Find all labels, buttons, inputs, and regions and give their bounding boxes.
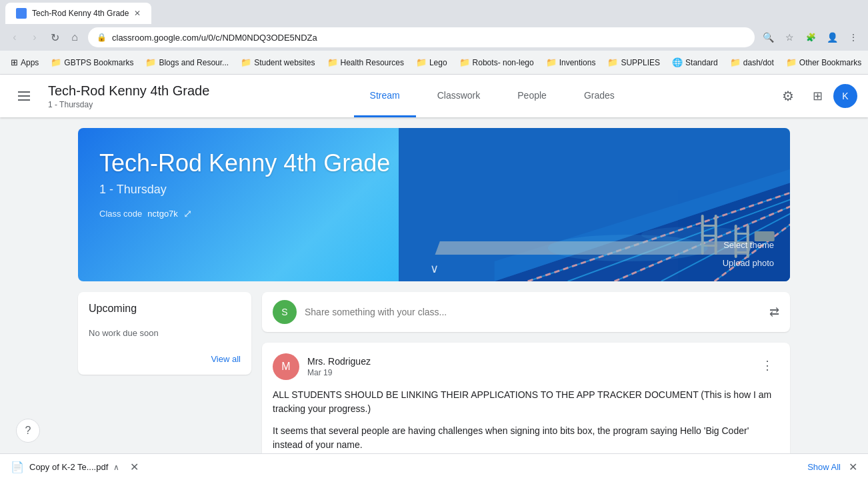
main-feed: S ⇄ M Mrs. Rodriguez Mar 19 [262,292,790,473]
more-vert-icon: ⋮ [761,358,773,373]
pdf-icon: 📄 [11,461,24,473]
profile-button[interactable]: 👤 [823,28,841,47]
header-nav: Stream Classwork People Grades [209,75,775,117]
show-all-button[interactable]: Show All [807,462,841,472]
bottom-bar-close-button[interactable]: ✕ [849,461,857,473]
hamburger-button[interactable] [11,83,37,109]
bookmark-other[interactable]: 📁 Other Bookmarks [781,55,867,70]
share-avatar: S [273,300,297,324]
post-body-line2: It seems that several people are having … [273,424,779,452]
bookmark-dashdot-label: dash/dot [743,58,774,67]
bookmark-gbtps[interactable]: 📁 GBTPS Bookmarks [45,55,139,70]
header-top: Tech-Rod Kenny 4th Grade 1 - Thursday St… [0,75,868,117]
apps-icon: ⊞ [11,57,18,67]
bookmark-student[interactable]: 📁 Student websites [235,55,320,70]
bookmark-gbtps-label: GBTPS Bookmarks [64,58,133,67]
expand-icon[interactable]: ⤢ [183,207,192,220]
repost-icon[interactable]: ⇄ [769,305,779,319]
post-author-info: M Mrs. Rodriguez Mar 19 [273,353,371,380]
post-meta: Mrs. Rodriguez Mar 19 [307,356,371,377]
active-tab[interactable]: Tech-Rod Kenny 4th Grade ✕ [5,3,151,24]
bookmark-button[interactable]: ☆ [780,28,799,47]
bookmark-inventions-label: Inventions [559,58,596,67]
hamburger-icon [18,91,30,101]
class-title-area: Tech-Rod Kenny 4th Grade 1 - Thursday [48,83,209,109]
upload-photo-button[interactable]: Upload photo [717,255,779,271]
bookmark-blogs-label: Blogs and Resour... [159,58,229,67]
tab-classwork[interactable]: Classwork [421,75,497,117]
share-box: S ⇄ [262,292,790,332]
more-button[interactable]: ⋮ [844,28,863,47]
bookmark-inventions[interactable]: 📁 Inventions [541,55,601,70]
bookmark-apps[interactable]: ⊞ Apps [5,55,44,70]
hero-banner: Tech-Rod Kenny 4th Grade 1 - Thursday Cl… [78,128,790,281]
select-theme-button[interactable]: Select theme [718,237,779,253]
forward-button[interactable]: › [25,28,44,47]
bookmark-standard-label: Standard [685,58,718,67]
settings-button[interactable]: ⚙ [775,83,801,109]
header-actions: ⚙ ⊞ K [775,83,857,109]
browser-actions: 🔍 ☆ 🧩 👤 ⋮ [759,28,863,47]
bookmark-supplies[interactable]: 📁 SUPPLIES [602,55,665,70]
sidebar: Upcoming No work due soon View all [78,292,251,473]
app-header: Tech-Rod Kenny 4th Grade 1 - Thursday St… [0,75,868,117]
post-avatar-initials: M [281,361,290,373]
hero-class-code: Class code nctgo7k ⤢ [99,207,769,220]
post-header: M Mrs. Rodriguez Mar 19 ⋮ [273,353,779,380]
bookmark-robots[interactable]: 📁 Robots- non-lego [454,55,539,70]
tab-people[interactable]: People [501,75,563,117]
browser-chrome: ‹ › ↻ ⌂ 🔒 classroom.google.com/u/0/c/NDM… [0,24,868,51]
browser-tab-bar: Tech-Rod Kenny 4th Grade ✕ [0,0,868,24]
supplies-icon: 📁 [607,57,618,67]
bookmark-student-label: Student websites [254,58,315,67]
bookmark-other-label: Other Bookmarks [799,58,861,67]
address-bar[interactable]: 🔒 classroom.google.com/u/0/c/NDM0NDQ3ODE… [88,27,755,47]
blogs-icon: 📁 [145,57,156,67]
reload-button[interactable]: ↻ [45,28,64,47]
back-button[interactable]: ‹ [5,28,24,47]
class-subtitle: 1 - Thursday [48,100,209,109]
post-body: ALL STUDENTS SHOULD BE LINKING THEIR APP… [273,388,779,452]
robots-icon: 📁 [459,57,470,67]
bottom-bar: 📄 Copy of K-2 Te....pdf ∧ ✕ Show All ✕ [0,453,868,480]
bookmark-robots-label: Robots- non-lego [473,58,534,67]
pdf-close-button[interactable]: ✕ [125,458,143,477]
dashdot-icon: 📁 [730,57,741,67]
tab-grades[interactable]: Grades [568,75,631,117]
hero-content: Tech-Rod Kenny 4th Grade 1 - Thursday Cl… [78,128,790,281]
post-menu-button[interactable]: ⋮ [755,353,779,377]
health-icon: 📁 [327,57,338,67]
post-card: M Mrs. Rodriguez Mar 19 ⋮ ALL STUDENTS S… [262,343,790,463]
share-avatar-initials: S [281,307,287,317]
hero-chevron[interactable]: ∨ [430,261,439,276]
pdf-chevron-icon[interactable]: ∧ [113,463,119,472]
apps-grid-button[interactable]: ⊞ [804,83,831,109]
avatar[interactable]: K [833,84,857,108]
bookmark-health[interactable]: 📁 Health Resources [322,55,409,70]
browser-window: Tech-Rod Kenny 4th Grade ✕ ‹ › ↻ ⌂ 🔒 cla… [0,0,868,75]
post-author-name: Mrs. Rodriguez [307,356,371,367]
avatar-initials: K [842,91,848,101]
bookmark-dashdot[interactable]: 📁 dash/dot [725,55,779,70]
share-input[interactable] [305,307,761,317]
main-layout: Upcoming No work due soon View all S ⇄ [78,292,790,480]
url-text: classroom.google.com/u/0/c/NDM0NDQ3ODE5N… [112,33,746,43]
class-name: Tech-Rod Kenny 4th Grade [48,83,209,99]
pdf-filename: Copy of K-2 Te....pdf [29,462,108,472]
post-avatar: M [273,353,299,380]
gbtps-icon: 📁 [51,57,61,67]
search-button[interactable]: 🔍 [759,28,777,47]
bookmark-lego[interactable]: 📁 Lego [411,55,453,70]
student-icon: 📁 [241,57,251,67]
tab-stream[interactable]: Stream [354,75,416,117]
settings-icon: ⚙ [782,88,794,104]
view-all-button[interactable]: View all [89,354,241,364]
bookmark-blogs[interactable]: 📁 Blogs and Resour... [140,55,234,70]
extension-button[interactable]: 🧩 [801,28,820,47]
home-button[interactable]: ⌂ [65,28,84,47]
help-button[interactable]: ? [16,419,40,443]
tab-close[interactable]: ✕ [134,9,141,18]
tab-favicon [16,8,27,19]
bookmark-standard[interactable]: 🌐 Standard [667,55,723,70]
post-date: Mar 19 [307,368,371,377]
